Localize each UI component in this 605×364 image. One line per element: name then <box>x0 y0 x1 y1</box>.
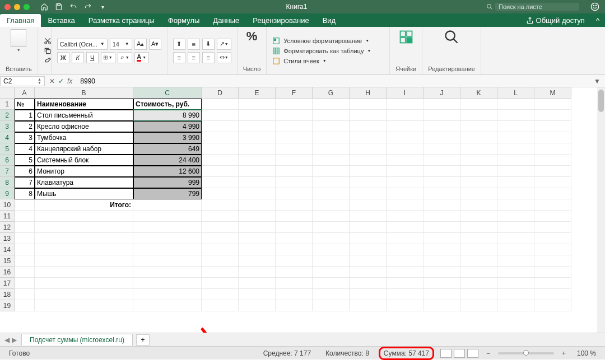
cell[interactable] <box>350 222 387 233</box>
decrease-font-button[interactable]: A▾ <box>149 39 161 50</box>
row-header[interactable]: 17 <box>0 278 15 289</box>
col-header[interactable]: D <box>202 87 239 99</box>
cell[interactable] <box>534 289 571 300</box>
cell[interactable] <box>460 300 497 311</box>
cell[interactable] <box>313 155 350 166</box>
cell[interactable] <box>35 244 133 255</box>
cell[interactable] <box>497 132 534 143</box>
cell[interactable]: Тумбочка <box>35 132 133 143</box>
cell[interactable] <box>460 110 497 121</box>
cell[interactable] <box>387 188 424 199</box>
cell[interactable] <box>239 267 276 278</box>
cell[interactable] <box>534 278 571 289</box>
cell[interactable] <box>424 255 460 267</box>
cell[interactable] <box>313 188 350 199</box>
cell[interactable] <box>202 211 239 222</box>
cell[interactable] <box>202 278 239 289</box>
cell[interactable] <box>460 233 497 244</box>
cell[interactable] <box>497 199 534 211</box>
cell-styles-button[interactable]: Стили ячеек▼ <box>272 57 384 65</box>
italic-button[interactable]: К <box>72 52 84 63</box>
cell[interactable] <box>239 278 276 289</box>
increase-font-button[interactable]: A▴ <box>134 39 147 50</box>
cell[interactable] <box>313 233 350 244</box>
undo-icon[interactable] <box>69 2 78 11</box>
cell[interactable] <box>133 255 202 267</box>
row-header[interactable]: 15 <box>0 255 15 267</box>
cell[interactable] <box>387 244 424 255</box>
zoom-window-button[interactable] <box>24 4 30 10</box>
cell[interactable] <box>276 155 313 166</box>
cell[interactable]: Мышь <box>35 188 133 199</box>
cell[interactable] <box>387 110 424 121</box>
cell[interactable]: Стоимость, руб. <box>133 99 202 110</box>
sheet-tab[interactable]: Подсчет суммы (microexcel.ru) <box>21 334 133 346</box>
row-header[interactable]: 19 <box>0 300 15 311</box>
cell[interactable] <box>239 155 276 166</box>
cell[interactable]: 4 990 <box>133 121 202 132</box>
cell[interactable] <box>387 211 424 222</box>
align-top-button[interactable]: ⬆ <box>173 39 185 50</box>
align-bottom-button[interactable]: ⬇ <box>202 39 215 50</box>
cell[interactable] <box>497 188 534 199</box>
cell[interactable] <box>424 289 460 300</box>
cell[interactable] <box>424 188 460 199</box>
cell[interactable] <box>313 300 350 311</box>
cell[interactable] <box>276 211 313 222</box>
cell[interactable]: Стол письменный <box>35 110 133 121</box>
percent-icon[interactable]: % <box>246 29 258 44</box>
cell[interactable] <box>497 244 534 255</box>
row-header[interactable]: 13 <box>0 233 15 244</box>
cell[interactable] <box>534 121 571 132</box>
add-sheet-button[interactable]: + <box>136 334 150 346</box>
col-header[interactable]: K <box>460 87 497 99</box>
cell[interactable] <box>313 121 350 132</box>
align-middle-button[interactable]: ≡ <box>188 39 200 50</box>
cell[interactable] <box>350 143 387 155</box>
font-size-select[interactable]: 14▼ <box>110 39 132 50</box>
col-header[interactable]: F <box>276 87 313 99</box>
cell[interactable] <box>497 222 534 233</box>
align-center-button[interactable]: ≡ <box>188 52 200 63</box>
cell[interactable] <box>460 199 497 211</box>
tab-review[interactable]: Рецензирование <box>246 14 315 27</box>
cell[interactable]: 799 <box>133 188 202 199</box>
cell[interactable] <box>15 222 35 233</box>
cell[interactable] <box>534 199 571 211</box>
cell[interactable] <box>387 121 424 132</box>
format-painter-icon[interactable] <box>44 57 45 65</box>
cell[interactable] <box>350 121 387 132</box>
cancel-formula-icon[interactable]: ✕ <box>49 77 55 85</box>
cell[interactable] <box>387 289 424 300</box>
cell[interactable] <box>15 267 35 278</box>
bold-button[interactable]: Ж <box>57 52 69 63</box>
cut-icon[interactable] <box>44 37 45 45</box>
cell[interactable] <box>534 132 571 143</box>
cell[interactable]: Канцелярский набор <box>35 143 133 155</box>
cell[interactable] <box>350 166 387 177</box>
cell[interactable] <box>276 233 313 244</box>
cell[interactable] <box>15 278 35 289</box>
cell[interactable] <box>387 166 424 177</box>
minimize-window-button[interactable] <box>14 4 20 10</box>
cell[interactable] <box>276 110 313 121</box>
cell[interactable] <box>15 255 35 267</box>
row-header[interactable]: 11 <box>0 211 15 222</box>
cell[interactable] <box>387 199 424 211</box>
accept-formula-icon[interactable]: ✓ <box>58 77 64 85</box>
cell[interactable] <box>460 99 497 110</box>
cell[interactable] <box>202 177 239 188</box>
cell[interactable] <box>534 255 571 267</box>
cell[interactable] <box>239 177 276 188</box>
cell[interactable] <box>424 244 460 255</box>
page-break-view-button[interactable] <box>467 349 478 358</box>
zoom-out-button[interactable]: − <box>486 349 490 357</box>
cell[interactable] <box>239 121 276 132</box>
row-header[interactable]: 16 <box>0 267 15 278</box>
cell[interactable] <box>202 199 239 211</box>
cell[interactable] <box>424 199 460 211</box>
font-color-button[interactable]: A▼ <box>134 52 149 63</box>
cell[interactable] <box>534 244 571 255</box>
col-header[interactable]: E <box>239 87 276 99</box>
align-left-button[interactable]: ≡ <box>173 52 185 63</box>
